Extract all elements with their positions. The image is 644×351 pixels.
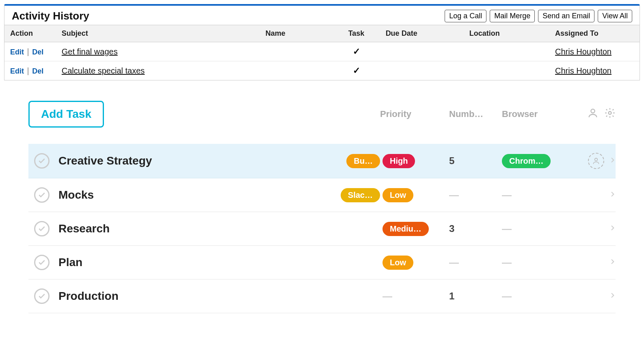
empty-dash: — (449, 189, 459, 200)
col-task: Task (333, 25, 380, 42)
task-title[interactable]: Research (58, 222, 331, 235)
separator: | (25, 66, 31, 75)
panel-title: Activity History (12, 10, 89, 22)
view-all-button[interactable]: View All (598, 10, 632, 22)
panel-actions: Log a Call Mail Merge Send an Email View… (445, 10, 632, 22)
number-cell: 1 (449, 290, 502, 302)
row-end (579, 225, 616, 233)
empty-dash: — (502, 290, 512, 302)
browser-cell: — (502, 290, 579, 302)
task-row[interactable]: PlanLow—— (28, 246, 616, 280)
send-an-email-button[interactable]: Send an Email (538, 10, 594, 22)
task-row[interactable]: ResearchMediu…3— (28, 212, 616, 246)
complete-toggle[interactable] (34, 221, 50, 236)
svg-point-0 (591, 109, 594, 113)
empty-dash: — (502, 189, 512, 201)
delete-link[interactable]: Del (32, 48, 43, 56)
chevron-right-icon[interactable] (609, 157, 616, 165)
priority-cell: High (380, 154, 449, 168)
person-icon[interactable] (587, 107, 599, 121)
empty-dash: — (449, 257, 459, 268)
row-end (579, 258, 616, 266)
task-tag-cell: Slac… (331, 188, 380, 202)
delete-link[interactable]: Del (32, 67, 43, 75)
location-cell (464, 42, 549, 61)
task-row[interactable]: Creative StrategyBu…High5Chrom… (28, 144, 616, 178)
browser-cell: Chrom… (502, 154, 579, 168)
priority-cell: — (380, 290, 449, 302)
browser-cell: — (502, 257, 579, 268)
task-title[interactable]: Plan (58, 256, 331, 269)
col-assigned: Assigned To (549, 25, 640, 42)
header-number[interactable]: Numb… (449, 109, 502, 119)
row-end (579, 191, 616, 199)
task-title[interactable]: Production (58, 290, 331, 303)
task-row[interactable]: Production—1— (28, 280, 616, 313)
chevron-right-icon[interactable] (609, 258, 616, 266)
name-cell (260, 61, 333, 80)
browser-pill[interactable]: Chrom… (502, 154, 551, 168)
assignee-link[interactable]: Chris Houghton (555, 47, 612, 56)
priority-cell: Low (380, 188, 449, 202)
activity-history-table: Action Subject Name Task Due Date Locati… (4, 25, 640, 80)
empty-dash: — (383, 290, 392, 302)
table-row: Edit | DelGet final wages✓Chris Houghton (4, 42, 640, 61)
svg-point-2 (595, 158, 598, 161)
activity-history-header: Activity History Log a Call Mail Merge S… (4, 6, 640, 25)
subject-link[interactable]: Calculate special taxes (62, 66, 145, 75)
task-title[interactable]: Creative Strategy (58, 154, 331, 167)
tag-pill[interactable]: Bu… (346, 154, 380, 168)
task-column-headers: Priority Numb… Browser (380, 107, 616, 121)
due-date-cell (380, 61, 464, 80)
subject-link[interactable]: Get final wages (62, 47, 118, 56)
chevron-right-icon[interactable] (609, 225, 616, 233)
due-date-cell (380, 42, 464, 61)
add-task-button[interactable]: Add Task (28, 101, 104, 128)
priority-pill[interactable]: Mediu… (383, 222, 429, 236)
number-cell: 3 (449, 223, 502, 234)
complete-toggle[interactable] (34, 187, 50, 203)
task-list-panel: Add Task Priority Numb… Browser Creative… (4, 101, 640, 313)
browser-cell: — (502, 189, 579, 201)
chevron-right-icon[interactable] (609, 191, 616, 199)
task-tag-cell: Bu… (331, 154, 380, 168)
tag-pill[interactable]: Slac… (341, 188, 380, 202)
activity-history-panel: Activity History Log a Call Mail Merge S… (4, 4, 640, 80)
priority-cell: Mediu… (380, 222, 449, 236)
assignee-placeholder-icon[interactable] (588, 153, 604, 169)
header-priority[interactable]: Priority (380, 109, 449, 119)
task-title[interactable]: Mocks (58, 188, 331, 202)
complete-toggle[interactable] (34, 288, 50, 304)
check-icon: ✓ (338, 46, 374, 57)
number-cell: — (449, 257, 502, 268)
priority-pill[interactable]: High (383, 154, 415, 168)
col-due-date: Due Date (380, 25, 464, 42)
header-browser[interactable]: Browser (502, 109, 579, 119)
col-subject: Subject (56, 25, 260, 42)
mail-merge-button[interactable]: Mail Merge (490, 10, 535, 22)
col-location: Location (464, 25, 549, 42)
priority-pill[interactable]: Low (383, 188, 413, 202)
gear-icon[interactable] (604, 107, 616, 121)
complete-toggle[interactable] (34, 153, 50, 169)
location-cell (464, 61, 549, 80)
empty-dash: — (502, 257, 512, 268)
col-name: Name (260, 25, 333, 42)
svg-point-1 (609, 112, 612, 115)
separator: | (25, 47, 31, 56)
log-a-call-button[interactable]: Log a Call (445, 10, 486, 22)
col-action: Action (4, 25, 56, 42)
chevron-right-icon[interactable] (609, 292, 616, 300)
edit-link[interactable]: Edit (10, 67, 24, 75)
edit-link[interactable]: Edit (10, 48, 24, 56)
table-row: Edit | DelCalculate special taxes✓Chris … (4, 61, 640, 80)
row-end (579, 153, 616, 169)
priority-pill[interactable]: Low (383, 256, 413, 270)
number-cell: — (449, 189, 502, 201)
task-row[interactable]: MocksSlac…Low—— (28, 178, 616, 212)
complete-toggle[interactable] (34, 255, 50, 270)
number-cell: 5 (449, 155, 502, 167)
task-list-header: Add Task Priority Numb… Browser (28, 101, 616, 144)
browser-cell: — (502, 223, 579, 234)
assignee-link[interactable]: Chris Houghton (555, 66, 612, 75)
